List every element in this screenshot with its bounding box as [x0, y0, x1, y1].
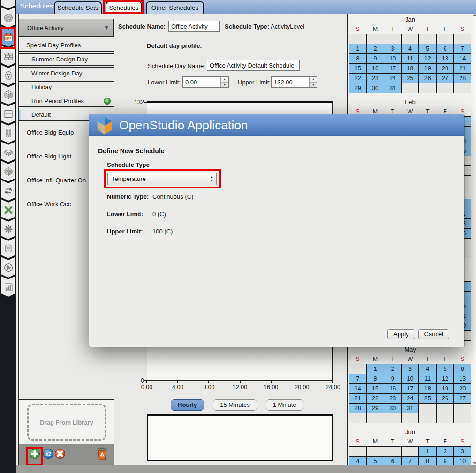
sidebar-item-geometry[interactable] — [1, 103, 15, 124]
day-cell[interactable]: 5 — [437, 364, 453, 374]
view-button-15-minutes[interactable]: 15 Minutes — [213, 399, 257, 411]
tab-schedules[interactable]: Schedules — [106, 1, 142, 14]
schedule-selector-dropdown[interactable]: Office Activity ▼ — [19, 19, 114, 37]
day-cell[interactable]: 7 — [349, 374, 366, 383]
day-cell[interactable]: 24 — [402, 394, 419, 403]
sidebar-item-thermal-zones[interactable] — [1, 161, 15, 181]
profile-value-line[interactable] — [147, 101, 332, 103]
day-cell[interactable]: 13 — [454, 374, 471, 383]
apply-button[interactable]: Apply — [387, 329, 415, 339]
day-cell[interactable]: 24 — [384, 74, 401, 83]
day-cell[interactable]: 9 — [437, 457, 453, 465]
upper-limit-spinbox[interactable]: 132.00 ▲▼ — [271, 76, 317, 88]
day-cell[interactable]: 22 — [367, 394, 384, 403]
day-cell[interactable]: 30 — [367, 83, 384, 93]
day-cell[interactable]: 4 — [419, 364, 436, 374]
schedule-name-input[interactable] — [168, 21, 220, 32]
day-cell[interactable]: 1 — [349, 44, 366, 53]
day-cell[interactable]: 7 — [454, 44, 471, 53]
day-cell[interactable]: 5 — [367, 457, 384, 465]
profile-winter-design-day[interactable]: Winter Design Day — [19, 67, 114, 79]
day-cell[interactable]: 23 — [384, 394, 401, 403]
day-cell[interactable]: 15 — [349, 64, 366, 73]
sidebar-item-facility[interactable] — [1, 122, 15, 143]
day-cell[interactable]: 29 — [367, 404, 384, 413]
day-cell[interactable]: 3 — [454, 447, 471, 456]
day-cell[interactable]: 8 — [419, 457, 436, 465]
scroll-up-icon[interactable] — [473, 14, 476, 16]
cancel-button[interactable]: Cancel — [418, 329, 449, 339]
profiles-section-special-day[interactable]: Special Day Profiles — [19, 39, 114, 52]
day-cell[interactable]: 8 — [349, 54, 366, 63]
day-cell[interactable]: 17 — [402, 384, 419, 393]
day-cell[interactable]: 30 — [384, 404, 401, 413]
day-cell[interactable]: 18 — [402, 64, 419, 73]
sidebar-item-run-simulation[interactable] — [1, 257, 15, 278]
day-cell[interactable]: 19 — [419, 64, 436, 73]
profile-summer-design-day[interactable]: Summer Design Day — [19, 53, 114, 66]
day-cell[interactable]: 4 — [349, 457, 366, 465]
sidebar-item-spaces[interactable] — [1, 142, 15, 162]
day-cell[interactable]: 27 — [437, 74, 453, 83]
day-cell[interactable]: 19 — [437, 384, 453, 393]
dialog-title-bar[interactable]: OpenStudio Application — [89, 114, 464, 136]
day-cell[interactable]: 5 — [419, 44, 436, 53]
day-cell[interactable]: 13 — [437, 54, 453, 63]
tab-schedule-sets[interactable]: Schedule Sets — [54, 1, 102, 14]
sidebar-item-schedules[interactable] — [1, 26, 15, 47]
sidebar-item-measures[interactable] — [1, 238, 15, 258]
day-cell[interactable]: 27 — [454, 394, 471, 403]
trash-bin-icon[interactable] — [97, 447, 108, 461]
day-cell[interactable]: 2 — [437, 447, 453, 456]
remove-schedule-button[interactable] — [55, 449, 65, 459]
day-cell[interactable]: 2 — [367, 44, 384, 53]
scroll-down-icon[interactable] — [473, 462, 476, 465]
spinner-arrows-icon[interactable]: ▲▼ — [220, 77, 228, 87]
run-period-profiles-header[interactable]: Run Period Profiles+ — [19, 95, 114, 107]
day-cell[interactable]: 14 — [349, 384, 366, 393]
day-cell[interactable]: 26 — [437, 394, 453, 403]
day-cell[interactable]: 8 — [367, 374, 384, 383]
day-cell[interactable]: 6 — [437, 44, 453, 53]
day-cell[interactable]: 3 — [402, 364, 419, 374]
day-cell[interactable]: 20 — [437, 64, 453, 73]
view-button-hourly[interactable]: Hourly — [171, 399, 204, 411]
sidebar-item-site[interactable] — [1, 7, 15, 28]
day-cell[interactable]: 29 — [349, 83, 366, 93]
day-cell[interactable]: 21 — [454, 64, 471, 73]
profile-holiday[interactable]: Holiday — [19, 81, 114, 93]
day-cell[interactable]: 7 — [402, 457, 419, 465]
drag-from-library-dropzone[interactable]: Drag From Library — [27, 404, 106, 441]
day-cell[interactable]: 31 — [402, 404, 419, 413]
day-cell[interactable]: 20 — [454, 384, 471, 393]
day-cell[interactable]: 17 — [384, 64, 401, 73]
day-cell[interactable]: 22 — [349, 74, 366, 83]
sidebar-item-results-summary[interactable] — [1, 276, 15, 297]
day-cell[interactable]: 2 — [384, 364, 401, 374]
overview-strip[interactable] — [147, 414, 333, 461]
day-cell[interactable]: 28 — [349, 404, 366, 413]
schedule-day-name-input[interactable] — [207, 60, 300, 71]
add-schedule-button[interactable] — [30, 449, 40, 459]
sidebar-item-loads[interactable] — [1, 65, 15, 85]
day-cell[interactable]: 16 — [384, 384, 401, 393]
day-cell[interactable]: 12 — [419, 54, 436, 63]
sidebar-item-output-variables[interactable] — [1, 199, 15, 220]
calendar-scrollbar[interactable] — [473, 13, 476, 465]
day-cell[interactable]: 25 — [419, 394, 436, 403]
add-profile-icon[interactable]: + — [104, 98, 111, 105]
lower-limit-spinbox[interactable]: 0.00 ▲▼ — [182, 76, 229, 88]
day-cell[interactable]: 16 — [367, 64, 384, 73]
day-cell[interactable]: 12 — [437, 374, 453, 383]
schedule-type-select[interactable]: Temperature ▲▼ — [107, 173, 217, 185]
day-cell[interactable]: 11 — [402, 54, 419, 63]
day-cell[interactable]: 25 — [402, 74, 419, 83]
day-cell[interactable]: 6 — [384, 457, 401, 465]
day-cell[interactable]: 15 — [367, 384, 384, 393]
day-cell[interactable]: 18 — [419, 384, 436, 393]
day-cell[interactable]: 3 — [384, 44, 401, 53]
day-cell[interactable]: 28 — [454, 74, 471, 83]
day-cell[interactable]: 6 — [454, 364, 471, 374]
day-cell[interactable]: 11 — [419, 374, 436, 383]
sidebar-item-simulation-settings[interactable] — [1, 218, 15, 239]
